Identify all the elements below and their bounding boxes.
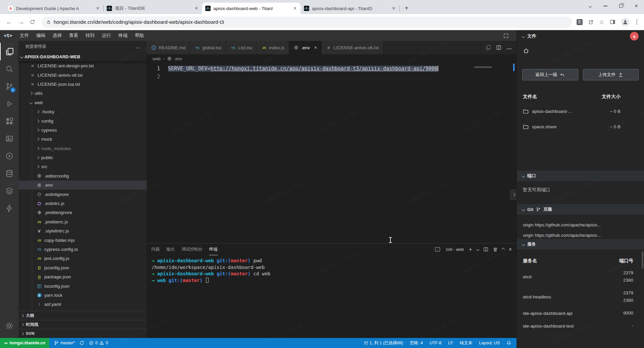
tree-file-.eslintrc.js[interactable]: .eslintrc.js bbox=[18, 199, 147, 208]
menu-item-5[interactable]: 转到 bbox=[82, 32, 98, 39]
back-icon[interactable]: ← bbox=[5, 18, 13, 26]
tree-folder-cypress[interactable]: cypress bbox=[18, 126, 147, 135]
home-icon[interactable] bbox=[523, 46, 644, 56]
database-icon[interactable] bbox=[0, 165, 18, 182]
runner-icon[interactable] bbox=[0, 147, 18, 165]
shell-label[interactable]: zsh - web bbox=[446, 247, 464, 252]
tab-search-icon[interactable] bbox=[582, 0, 598, 12]
services-section-header[interactable]: 服务 bbox=[517, 238, 644, 250]
browser-tab-2[interactable]: ‹t›项目 - TitanIDE× bbox=[103, 3, 202, 14]
close-tab-icon[interactable]: × bbox=[96, 6, 100, 11]
breadcrumb-folder[interactable]: web bbox=[153, 56, 161, 61]
browser-profile-avatar[interactable] bbox=[621, 18, 630, 26]
service-row-1[interactable]: etcd23792380 bbox=[523, 269, 639, 284]
bookmark-star-icon[interactable]: ☆ bbox=[599, 18, 604, 26]
git-branch-status[interactable]: master* bbox=[54, 341, 75, 345]
plugin-icon[interactable] bbox=[0, 200, 18, 217]
reload-icon[interactable] bbox=[30, 19, 37, 25]
layers-icon[interactable] bbox=[0, 182, 18, 200]
browser-tab-1[interactable]: ADevelopment Guide | Apache A× bbox=[5, 3, 103, 14]
menu-item-7[interactable]: 终端 bbox=[115, 32, 131, 39]
source-control-icon[interactable]: 1 bbox=[0, 78, 18, 95]
keyboard-layout[interactable]: Layout: US bbox=[479, 341, 500, 345]
minimize-button[interactable] bbox=[598, 0, 613, 12]
terminal-output[interactable]: → apisix-dashboard-web git:(master) pwd/… bbox=[147, 255, 517, 338]
close-panel-icon[interactable]: × bbox=[509, 247, 512, 253]
close-tab-icon[interactable]: × bbox=[314, 45, 317, 50]
close-tab-icon[interactable]: × bbox=[293, 6, 297, 11]
files-section-header[interactable]: 文件 a bbox=[517, 30, 644, 42]
terminal-dropdown-icon[interactable] bbox=[476, 248, 479, 251]
remote-file-row-1[interactable]: apisix-dashboard-...~ 0 B bbox=[523, 107, 639, 116]
split-editor-icon[interactable] bbox=[496, 45, 501, 50]
cursor-position[interactable]: 行 1, 列 1 (已选择89) bbox=[364, 340, 403, 346]
search-icon[interactable] bbox=[0, 60, 18, 78]
tree-folder-web[interactable]: web bbox=[18, 98, 147, 107]
menu-item-4[interactable]: 查看 bbox=[65, 32, 82, 39]
menu-item-1[interactable]: 文件 bbox=[16, 32, 33, 39]
side-panel-icon[interactable] bbox=[610, 19, 615, 25]
go-up-button[interactable]: 返回上一级 bbox=[522, 69, 578, 80]
explorer-icon[interactable] bbox=[0, 43, 18, 60]
menu-item-3[interactable]: 选择 bbox=[49, 32, 65, 39]
panel-scrollbar[interactable] bbox=[642, 251, 643, 269]
problems-status[interactable]: 0 0 bbox=[89, 341, 108, 345]
editor-tab-index.js[interactable]: JSindex.js bbox=[257, 41, 289, 54]
editor-tab-README.md[interactable]: README.md bbox=[147, 41, 190, 54]
tree-folder-node_modules[interactable]: node_modules bbox=[18, 144, 147, 153]
tree-file-.env[interactable]: .env bbox=[18, 181, 147, 190]
explorer-more-actions-icon[interactable]: … bbox=[136, 44, 141, 50]
tree-file-.prettierignore[interactable]: .prettierignore bbox=[18, 208, 147, 217]
extensions-icon[interactable] bbox=[0, 113, 18, 130]
tree-folder-config[interactable]: config bbox=[18, 116, 147, 125]
editor-tab-global.tsx[interactable]: TSglobal.tsx bbox=[190, 41, 226, 54]
tree-folder-mock[interactable]: mock bbox=[18, 135, 147, 144]
tree-folder-public[interactable]: public bbox=[18, 153, 147, 162]
kill-terminal-icon[interactable] bbox=[493, 247, 498, 252]
share-icon[interactable] bbox=[588, 19, 594, 25]
settings-gear-icon[interactable] bbox=[0, 317, 18, 335]
split-terminal-icon[interactable] bbox=[483, 247, 488, 252]
service-row-2[interactable]: etcd-headless23792380 bbox=[523, 289, 639, 304]
editor-tab-.env[interactable]: .env× bbox=[289, 41, 322, 54]
tree-folder-.husky[interactable]: .husky bbox=[18, 107, 147, 116]
tree-file-copy-folder.mjs[interactable]: JScopy-folder.mjs bbox=[18, 235, 147, 245]
tree-file-tsconfig.json[interactable]: tsconfig.json bbox=[18, 281, 147, 290]
menu-item-6[interactable]: 运行 bbox=[98, 32, 115, 39]
git-remote-row-2[interactable]: origin https://github.com/apache/apisix.… bbox=[523, 233, 639, 238]
tree-file-.stylelintrc.js[interactable]: V.stylelintrc.js bbox=[18, 226, 147, 235]
language-mode[interactable]: 纯文本 bbox=[460, 340, 473, 346]
tree-file-package.json[interactable]: {}package.json bbox=[18, 272, 147, 281]
tree-file-.eslintignore[interactable]: .eslintignore bbox=[18, 190, 147, 199]
tree-folder-src[interactable]: src bbox=[18, 162, 147, 171]
close-tab-icon[interactable]: × bbox=[194, 6, 199, 11]
menu-item-8[interactable]: 帮助 bbox=[131, 32, 148, 39]
editor-tab-List.tsx[interactable]: TSList.tsx bbox=[226, 41, 257, 54]
panel-reveal-button[interactable] bbox=[510, 190, 517, 200]
sidebar-section-2[interactable]: 时间线 bbox=[18, 320, 147, 329]
tree-folder-utils[interactable]: utils bbox=[18, 89, 147, 98]
tree-file-.editorconfig[interactable]: .editorconfig bbox=[18, 171, 147, 181]
tree-file-LICENSE-json.lua.txt[interactable]: ≡LICENSE-json.lua.txt bbox=[18, 80, 147, 89]
remote-file-row-2[interactable]: space.share~ 0 B bbox=[523, 122, 639, 131]
ports-section-header[interactable]: 端口 bbox=[517, 170, 644, 182]
browser-menu-icon[interactable] bbox=[636, 21, 637, 22]
panel-tab-终端[interactable]: 终端 bbox=[209, 243, 218, 255]
tree-file-LICENSE-ant-design-pro.txt[interactable]: ≡LICENSE-ant-design-pro.txt bbox=[18, 61, 147, 70]
url-field[interactable]: hongxi.titanide.cn/ide/web/coding/apisix… bbox=[42, 16, 572, 28]
preview-icon[interactable] bbox=[0, 130, 18, 147]
remote-indicator[interactable]: >< hongxi.titanide.cn bbox=[0, 338, 49, 348]
code-line-1[interactable]: 1SERVE_URL_DEV=http://hongxi.titanide.cn… bbox=[147, 65, 517, 73]
tree-file-asf.yaml[interactable]: !asf.yaml bbox=[18, 300, 147, 309]
bell-icon[interactable] bbox=[506, 341, 511, 345]
new-terminal-icon[interactable]: + bbox=[469, 247, 472, 252]
service-row-4[interactable]: ide-apisix-dashboard-test- bbox=[523, 322, 639, 330]
tree-file-.prettierrc.js[interactable]: JS.prettierrc.js bbox=[18, 217, 147, 226]
editor-layout-icon[interactable] bbox=[486, 45, 491, 50]
user-avatar[interactable]: a bbox=[630, 32, 639, 41]
new-tab-button[interactable]: + bbox=[402, 3, 411, 13]
tree-file-LICENSE-antvis-x6.txt[interactable]: ≡LICENSE-antvis-x6.txt bbox=[18, 70, 147, 79]
tree-file-yarn.lock[interactable]: yyarn.lock bbox=[18, 291, 147, 300]
git-section-header[interactable]: Git 克隆 bbox=[517, 204, 644, 215]
encoding[interactable]: UTF-8 bbox=[430, 341, 441, 345]
